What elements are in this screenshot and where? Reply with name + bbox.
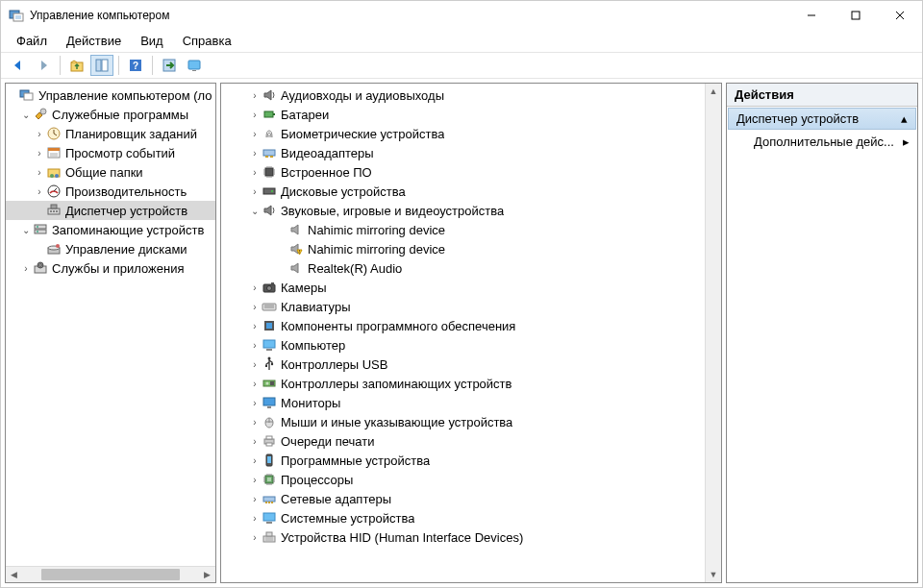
collapse-icon[interactable]: ⌄: [19, 110, 33, 120]
tree-storage[interactable]: ⌄ Запоминающие устройств: [6, 220, 215, 239]
cat-storage-controllers[interactable]: ›Контроллеры запоминающих устройств: [221, 374, 705, 393]
show-hide-tree-button[interactable]: [90, 55, 113, 76]
mouse-icon: [262, 414, 277, 429]
cat-monitors[interactable]: ›Мониторы: [221, 393, 705, 412]
display-adapter-icon: [262, 145, 277, 160]
maximize-button[interactable]: [834, 1, 878, 30]
cat-mice[interactable]: ›Мыши и иные указывающие устройства: [221, 412, 705, 431]
expand-icon[interactable]: ›: [248, 532, 262, 543]
expand-icon[interactable]: ›: [248, 167, 262, 178]
properties-button[interactable]: [158, 55, 181, 76]
minimize-button[interactable]: [789, 1, 834, 30]
expand-icon[interactable]: ›: [248, 186, 262, 197]
back-button[interactable]: [7, 55, 30, 76]
collapse-icon[interactable]: ⌄: [19, 225, 33, 235]
vertical-scrollbar[interactable]: ▲▼: [705, 84, 721, 582]
cat-computer[interactable]: ›Компьютер: [221, 335, 705, 355]
cat-keyboards[interactable]: ›Клавиатуры: [221, 297, 705, 316]
expand-icon[interactable]: ›: [248, 302, 262, 312]
tree-performance[interactable]: › Производительность: [6, 182, 215, 201]
up-folder-button[interactable]: [65, 55, 88, 76]
cat-software-components[interactable]: ›Компоненты программного обеспечения: [221, 316, 705, 335]
expand-icon[interactable]: ›: [248, 475, 262, 485]
computer-mgmt-icon: [19, 87, 35, 103]
speaker-warning-icon: !: [288, 241, 304, 257]
cat-audio-io[interactable]: ›Аудиовходы и аудиовыходы: [221, 86, 705, 105]
cat-usb-controllers[interactable]: ›Контроллеры USB: [221, 355, 705, 374]
expand-icon[interactable]: ›: [33, 167, 46, 178]
expand-icon[interactable]: ›: [248, 359, 262, 370]
expand-icon[interactable]: ›: [248, 129, 262, 139]
cat-sound[interactable]: ⌄Звуковые, игровые и видеоустройства: [221, 201, 705, 220]
horizontal-scrollbar[interactable]: ◀▶: [6, 566, 215, 582]
speaker-icon: [262, 87, 277, 103]
svg-rect-48: [263, 188, 275, 194]
tree-task-scheduler[interactable]: › Планировщик заданий: [6, 124, 215, 143]
actions-pane: Действия Диспетчер устройств ▴ Дополните…: [726, 83, 918, 583]
expand-icon[interactable]: ›: [33, 148, 46, 159]
close-button[interactable]: [878, 1, 922, 30]
device-nahimic-2-warning[interactable]: !Nahimic mirroring device: [221, 239, 705, 258]
expand-icon[interactable]: ›: [248, 455, 262, 466]
cat-hid[interactable]: ›Устройства HID (Human Interface Devices…: [221, 527, 705, 547]
svg-rect-44: [263, 150, 275, 156]
tree-shared-folders[interactable]: › Общие папки: [6, 162, 215, 182]
svg-rect-58: [266, 323, 272, 329]
expand-icon[interactable]: ›: [248, 90, 262, 101]
expand-icon[interactable]: ›: [248, 398, 262, 408]
cat-disk-drives[interactable]: ›Дисковые устройства: [221, 182, 705, 201]
device-nahimic-1[interactable]: Nahimic mirroring device: [221, 220, 705, 239]
expand-icon[interactable]: ›: [33, 186, 46, 197]
expand-icon[interactable]: ›: [248, 417, 262, 428]
cat-system-devices[interactable]: ›Системные устройства: [221, 508, 705, 527]
svg-point-39: [56, 244, 60, 248]
collapse-icon[interactable]: ⌄: [248, 206, 262, 216]
svg-point-63: [271, 363, 273, 365]
device-realtek-audio[interactable]: Realtek(R) Audio: [221, 258, 705, 278]
cat-biometric[interactable]: ›Биометрические устройства: [221, 124, 705, 143]
cat-software-devices[interactable]: ›Программные устройства: [221, 451, 705, 470]
tree-event-viewer[interactable]: › Просмотр событий: [6, 143, 215, 162]
tree-root[interactable]: Управление компьютером (ло: [6, 86, 215, 105]
expand-icon[interactable]: ›: [248, 340, 262, 351]
expand-icon[interactable]: ›: [248, 379, 262, 389]
expand-icon[interactable]: ›: [248, 148, 262, 159]
svg-rect-34: [35, 230, 46, 233]
expand-icon[interactable]: ›: [19, 263, 33, 274]
actions-category[interactable]: Диспетчер устройств ▴: [728, 108, 916, 130]
cat-network-adapters[interactable]: ›Сетевые адаптеры: [221, 489, 705, 508]
cat-firmware[interactable]: ›Встроенное ПО: [221, 162, 705, 182]
cat-processors[interactable]: ›Процессоры: [221, 470, 705, 489]
menu-help[interactable]: Справка: [175, 32, 239, 50]
cat-cameras[interactable]: ›Камеры: [221, 278, 705, 297]
menu-view[interactable]: Вид: [133, 32, 171, 50]
tree-services-apps[interactable]: › Службы и приложения: [6, 258, 215, 278]
cat-display-adapters[interactable]: ›Видеоадаптеры: [221, 143, 705, 162]
clock-icon: [46, 126, 62, 141]
expand-icon[interactable]: ›: [248, 282, 262, 293]
cat-batteries[interactable]: ›Батареи: [221, 105, 705, 124]
expand-icon[interactable]: ›: [248, 110, 262, 120]
svg-rect-85: [263, 536, 275, 542]
expand-icon[interactable]: ›: [33, 129, 46, 139]
expand-icon[interactable]: ›: [248, 513, 262, 524]
expand-icon[interactable]: ›: [248, 494, 262, 504]
actions-more[interactable]: Дополнительные дейс... ▸: [727, 131, 917, 153]
svg-rect-73: [266, 436, 272, 439]
menu-action[interactable]: Действие: [59, 32, 129, 50]
tree-device-manager[interactable]: Диспетчер устройств: [6, 201, 215, 220]
expand-icon[interactable]: ›: [248, 321, 262, 331]
tree-disk-management[interactable]: Управление дисками: [6, 239, 215, 258]
battery-icon: [262, 107, 277, 122]
svg-point-30: [50, 210, 52, 212]
help-button[interactable]: ?: [124, 55, 147, 76]
console-tree[interactable]: Управление компьютером (ло ⌄ Служебные п…: [6, 84, 215, 566]
expand-icon[interactable]: ›: [248, 436, 262, 447]
firmware-icon: [262, 164, 277, 180]
device-tree[interactable]: ›Аудиовходы и аудиовыходы ›Батареи ›Биом…: [221, 84, 705, 582]
tree-system-tools[interactable]: ⌄ Служебные программы: [6, 105, 215, 124]
forward-button[interactable]: [32, 55, 55, 76]
refresh-button[interactable]: [183, 55, 206, 76]
cat-print-queues[interactable]: ›Очереди печати: [221, 431, 705, 451]
menu-file[interactable]: Файл: [9, 32, 55, 50]
